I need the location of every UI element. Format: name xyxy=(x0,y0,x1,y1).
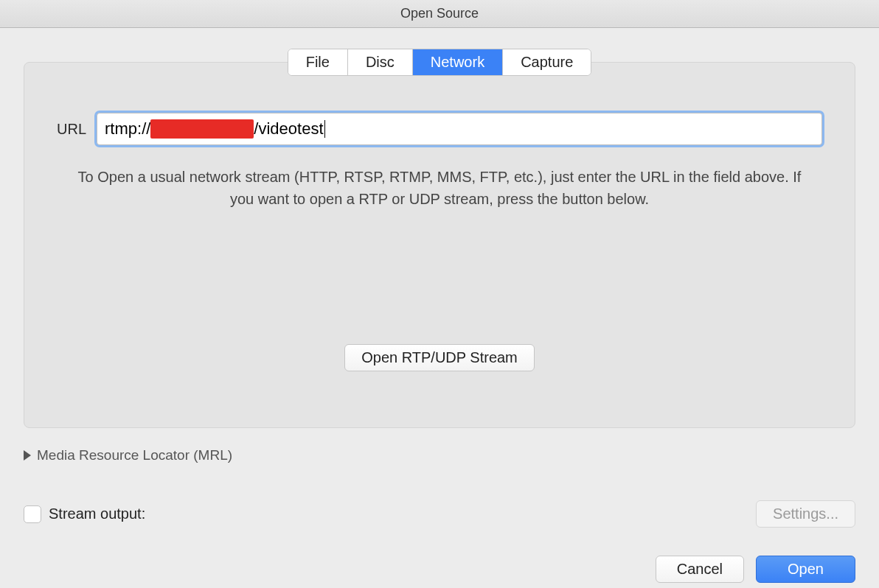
disclosure-triangle-icon xyxy=(24,450,31,461)
settings-button: Settings... xyxy=(756,500,855,528)
mrl-label: Media Resource Locator (MRL) xyxy=(37,447,232,463)
rtp-button-wrapper: Open RTP/UDP Stream xyxy=(57,344,822,371)
url-label: URL xyxy=(57,121,86,138)
url-value-prefix: rtmp:// xyxy=(105,119,150,139)
stream-output-row: Stream output: Settings... xyxy=(24,500,855,528)
redacted-host xyxy=(150,119,254,139)
open-button[interactable]: Open xyxy=(756,556,855,583)
tab-bar-wrapper: File Disc Network Capture xyxy=(24,49,855,76)
tab-network[interactable]: Network xyxy=(413,49,503,75)
tab-disc[interactable]: Disc xyxy=(348,49,413,75)
window-title: Open Source xyxy=(0,0,879,28)
open-rtp-udp-button[interactable]: Open RTP/UDP Stream xyxy=(344,344,535,371)
stream-output-label: Stream output: xyxy=(49,505,145,522)
tab-bar: File Disc Network Capture xyxy=(288,49,592,76)
network-panel: URL rtmp:///videotest To Open a usual ne… xyxy=(24,62,855,428)
url-value-suffix: /videotest xyxy=(254,119,323,139)
help-text: To Open a usual network stream (HTTP, RT… xyxy=(57,166,822,210)
dialog-content: File Disc Network Capture URL rtmp:///vi… xyxy=(0,28,879,588)
cancel-button[interactable]: Cancel xyxy=(656,556,744,583)
mrl-disclosure[interactable]: Media Resource Locator (MRL) xyxy=(24,447,855,463)
stream-output-checkbox[interactable] xyxy=(24,505,41,523)
dialog-footer-buttons: Cancel Open xyxy=(24,556,855,583)
url-row: URL rtmp:///videotest xyxy=(57,113,822,145)
tab-capture[interactable]: Capture xyxy=(503,49,591,75)
tab-file[interactable]: File xyxy=(288,49,348,75)
url-input[interactable]: rtmp:///videotest xyxy=(97,113,822,145)
text-caret xyxy=(324,120,325,138)
